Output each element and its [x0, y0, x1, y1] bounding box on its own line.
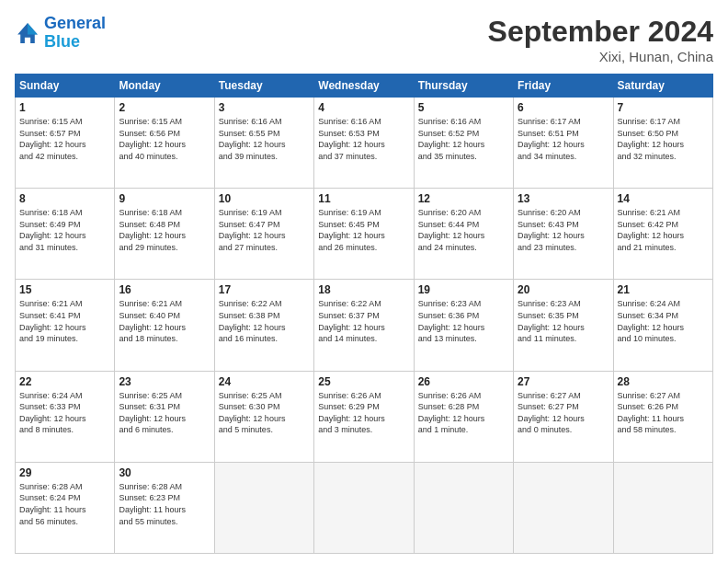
day-info: Sunrise: 6:24 AM Sunset: 6:34 PM Dayligh…: [618, 298, 709, 344]
day-info: Sunrise: 6:21 AM Sunset: 6:41 PM Dayligh…: [19, 298, 110, 344]
title-block: September 2024 Xixi, Hunan, China: [488, 15, 713, 64]
day-number: 7: [618, 101, 709, 114]
header: General Blue September 2024 Xixi, Hunan,…: [15, 15, 713, 64]
day-info: Sunrise: 6:15 AM Sunset: 6:57 PM Dayligh…: [19, 116, 110, 162]
day-info: Sunrise: 6:28 AM Sunset: 6:24 PM Dayligh…: [19, 481, 110, 527]
svg-marker-1: [28, 23, 38, 34]
day-cell: 5Sunrise: 6:16 AM Sunset: 6:52 PM Daylig…: [414, 98, 513, 189]
day-cell: 8Sunrise: 6:18 AM Sunset: 6:49 PM Daylig…: [16, 189, 115, 280]
day-cell: 30Sunrise: 6:28 AM Sunset: 6:23 PM Dayli…: [115, 462, 214, 553]
col-friday: Friday: [514, 75, 613, 98]
day-number: 3: [219, 101, 310, 114]
calendar-subtitle: Xixi, Hunan, China: [488, 49, 713, 64]
day-number: 25: [318, 375, 409, 388]
day-cell: 11Sunrise: 6:19 AM Sunset: 6:45 PM Dayli…: [314, 189, 414, 280]
page: General Blue September 2024 Xixi, Hunan,…: [0, 0, 728, 563]
day-number: 14: [618, 192, 709, 205]
day-info: Sunrise: 6:22 AM Sunset: 6:37 PM Dayligh…: [318, 298, 409, 344]
day-info: Sunrise: 6:25 AM Sunset: 6:31 PM Dayligh…: [119, 390, 210, 436]
day-number: 6: [518, 101, 609, 114]
day-number: 28: [618, 375, 709, 388]
day-info: Sunrise: 6:21 AM Sunset: 6:40 PM Dayligh…: [119, 298, 210, 344]
day-cell: 20Sunrise: 6:23 AM Sunset: 6:35 PM Dayli…: [514, 280, 613, 371]
col-thursday: Thursday: [414, 75, 513, 98]
day-number: 22: [19, 375, 110, 388]
week-row-2: 15Sunrise: 6:21 AM Sunset: 6:41 PM Dayli…: [16, 280, 713, 371]
day-number: 27: [518, 375, 609, 388]
day-cell: 24Sunrise: 6:25 AM Sunset: 6:30 PM Dayli…: [214, 371, 313, 462]
logo: General Blue: [15, 15, 106, 52]
day-number: 26: [418, 375, 509, 388]
day-cell: 21Sunrise: 6:24 AM Sunset: 6:34 PM Dayli…: [613, 280, 712, 371]
day-info: Sunrise: 6:19 AM Sunset: 6:45 PM Dayligh…: [318, 207, 409, 253]
week-row-3: 22Sunrise: 6:24 AM Sunset: 6:33 PM Dayli…: [16, 371, 713, 462]
day-info: Sunrise: 6:23 AM Sunset: 6:35 PM Dayligh…: [518, 298, 609, 344]
day-info: Sunrise: 6:19 AM Sunset: 6:47 PM Dayligh…: [219, 207, 310, 253]
day-info: Sunrise: 6:26 AM Sunset: 6:29 PM Dayligh…: [318, 390, 409, 436]
day-cell: 15Sunrise: 6:21 AM Sunset: 6:41 PM Dayli…: [16, 280, 115, 371]
day-cell: 27Sunrise: 6:27 AM Sunset: 6:27 PM Dayli…: [514, 371, 613, 462]
day-info: Sunrise: 6:21 AM Sunset: 6:42 PM Dayligh…: [618, 207, 709, 253]
day-cell: 14Sunrise: 6:21 AM Sunset: 6:42 PM Dayli…: [613, 189, 712, 280]
day-info: Sunrise: 6:23 AM Sunset: 6:36 PM Dayligh…: [418, 298, 509, 344]
day-cell: 28Sunrise: 6:27 AM Sunset: 6:26 PM Dayli…: [613, 371, 712, 462]
day-number: 21: [618, 283, 709, 296]
day-number: 29: [19, 466, 110, 479]
day-info: Sunrise: 6:16 AM Sunset: 6:55 PM Dayligh…: [219, 116, 310, 162]
logo-line2: Blue: [44, 32, 80, 51]
day-cell: 16Sunrise: 6:21 AM Sunset: 6:40 PM Dayli…: [115, 280, 214, 371]
day-cell: 19Sunrise: 6:23 AM Sunset: 6:36 PM Dayli…: [414, 280, 513, 371]
day-cell: [514, 462, 613, 553]
col-tuesday: Tuesday: [214, 75, 313, 98]
day-cell: 25Sunrise: 6:26 AM Sunset: 6:29 PM Dayli…: [314, 371, 414, 462]
day-number: 1: [19, 101, 110, 114]
day-cell: 10Sunrise: 6:19 AM Sunset: 6:47 PM Dayli…: [214, 189, 313, 280]
day-info: Sunrise: 6:16 AM Sunset: 6:52 PM Dayligh…: [418, 116, 509, 162]
day-number: 11: [318, 192, 409, 205]
day-number: 12: [418, 192, 509, 205]
day-cell: 18Sunrise: 6:22 AM Sunset: 6:37 PM Dayli…: [314, 280, 414, 371]
day-cell: 12Sunrise: 6:20 AM Sunset: 6:44 PM Dayli…: [414, 189, 513, 280]
day-number: 8: [19, 192, 110, 205]
calendar-title: September 2024: [488, 15, 713, 49]
day-info: Sunrise: 6:24 AM Sunset: 6:33 PM Dayligh…: [19, 390, 110, 436]
day-info: Sunrise: 6:18 AM Sunset: 6:49 PM Dayligh…: [19, 207, 110, 253]
day-cell: 29Sunrise: 6:28 AM Sunset: 6:24 PM Dayli…: [16, 462, 115, 553]
logo-icon: [15, 20, 40, 46]
logo-line1: General: [44, 14, 106, 32]
day-cell: 9Sunrise: 6:18 AM Sunset: 6:48 PM Daylig…: [115, 189, 214, 280]
day-cell: [414, 462, 513, 553]
day-cell: 4Sunrise: 6:16 AM Sunset: 6:53 PM Daylig…: [314, 98, 414, 189]
day-cell: [214, 462, 313, 553]
col-saturday: Saturday: [613, 75, 712, 98]
day-cell: [613, 462, 712, 553]
day-info: Sunrise: 6:20 AM Sunset: 6:44 PM Dayligh…: [418, 207, 509, 253]
day-number: 20: [518, 283, 609, 296]
day-info: Sunrise: 6:15 AM Sunset: 6:56 PM Dayligh…: [119, 116, 210, 162]
col-sunday: Sunday: [16, 75, 115, 98]
day-cell: 26Sunrise: 6:26 AM Sunset: 6:28 PM Dayli…: [414, 371, 513, 462]
day-cell: 13Sunrise: 6:20 AM Sunset: 6:43 PM Dayli…: [514, 189, 613, 280]
day-cell: 6Sunrise: 6:17 AM Sunset: 6:51 PM Daylig…: [514, 98, 613, 189]
day-cell: 17Sunrise: 6:22 AM Sunset: 6:38 PM Dayli…: [214, 280, 313, 371]
week-row-4: 29Sunrise: 6:28 AM Sunset: 6:24 PM Dayli…: [16, 462, 713, 553]
day-cell: 23Sunrise: 6:25 AM Sunset: 6:31 PM Dayli…: [115, 371, 214, 462]
day-number: 15: [19, 283, 110, 296]
day-number: 2: [119, 101, 210, 114]
day-cell: 2Sunrise: 6:15 AM Sunset: 6:56 PM Daylig…: [115, 98, 214, 189]
day-info: Sunrise: 6:26 AM Sunset: 6:28 PM Dayligh…: [418, 390, 509, 436]
day-cell: 3Sunrise: 6:16 AM Sunset: 6:55 PM Daylig…: [214, 98, 313, 189]
day-number: 17: [219, 283, 310, 296]
day-info: Sunrise: 6:28 AM Sunset: 6:23 PM Dayligh…: [119, 481, 210, 527]
day-number: 4: [318, 101, 409, 114]
day-number: 24: [219, 375, 310, 388]
logo-text: General Blue: [44, 15, 106, 52]
header-row: Sunday Monday Tuesday Wednesday Thursday…: [16, 75, 713, 98]
day-number: 18: [318, 283, 409, 296]
day-info: Sunrise: 6:16 AM Sunset: 6:53 PM Dayligh…: [318, 116, 409, 162]
day-info: Sunrise: 6:25 AM Sunset: 6:30 PM Dayligh…: [219, 390, 310, 436]
day-cell: 22Sunrise: 6:24 AM Sunset: 6:33 PM Dayli…: [16, 371, 115, 462]
day-number: 16: [119, 283, 210, 296]
day-info: Sunrise: 6:17 AM Sunset: 6:51 PM Dayligh…: [518, 116, 609, 162]
day-info: Sunrise: 6:27 AM Sunset: 6:27 PM Dayligh…: [518, 390, 609, 436]
